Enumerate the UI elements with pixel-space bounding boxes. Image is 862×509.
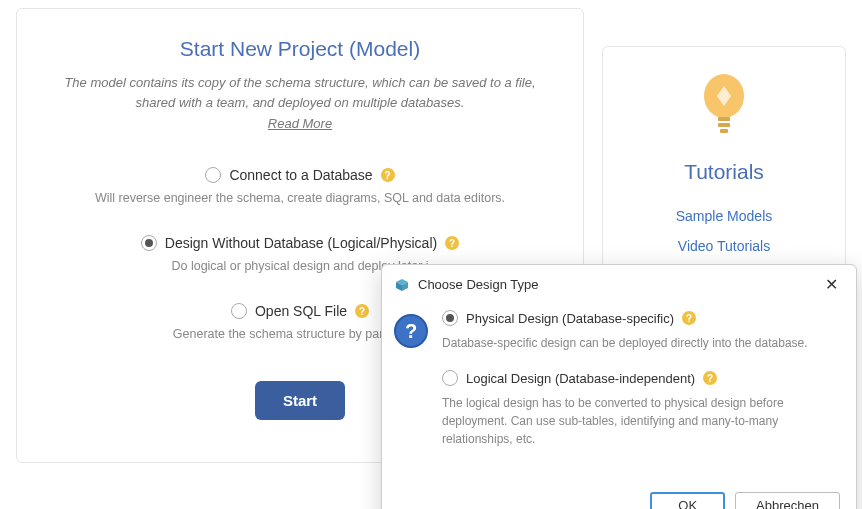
help-icon[interactable]: ?	[445, 236, 459, 250]
tutorials-title: Tutorials	[613, 160, 835, 184]
option-logical-design[interactable]: Logical Design (Database-independent) ?	[442, 370, 836, 386]
radio-icon[interactable]	[442, 370, 458, 386]
option-label: Open SQL File	[255, 303, 347, 319]
panel-title: Start New Project (Model)	[57, 37, 543, 61]
question-icon: ?	[394, 314, 428, 348]
help-icon[interactable]: ?	[355, 304, 369, 318]
read-more-link[interactable]: Read More	[268, 116, 332, 131]
option-description: Database-specific design can be deployed…	[442, 334, 836, 352]
help-icon[interactable]: ?	[381, 168, 395, 182]
svg-rect-1	[718, 117, 730, 121]
ok-button[interactable]: OK	[650, 492, 725, 509]
radio-icon[interactable]	[231, 303, 247, 319]
sample-models-link[interactable]: Sample Models	[613, 208, 835, 224]
option-label: Physical Design (Database-specific)	[466, 311, 674, 326]
option-label: Design Without Database (Logical/Physica…	[165, 235, 437, 251]
option-connect-database[interactable]: Connect to a Database ?	[57, 167, 543, 183]
radio-icon[interactable]	[141, 235, 157, 251]
dialog-title: Choose Design Type	[418, 277, 538, 292]
option-description: The logical design has to be converted t…	[442, 394, 836, 448]
option-design-without-database[interactable]: Design Without Database (Logical/Physica…	[57, 235, 543, 251]
help-icon[interactable]: ?	[703, 371, 717, 385]
option-physical-design[interactable]: Physical Design (Database-specific) ?	[442, 310, 836, 326]
cube-icon	[394, 277, 410, 293]
radio-icon[interactable]	[205, 167, 221, 183]
start-button[interactable]: Start	[255, 381, 345, 420]
panel-description: The model contains its copy of the schem…	[57, 73, 543, 112]
option-description: Will reverse engineer the schema, create…	[57, 191, 543, 205]
choose-design-type-dialog: Choose Design Type ✕ ? Physical Design (…	[381, 264, 857, 509]
cancel-button[interactable]: Abbrechen	[735, 492, 840, 509]
svg-rect-2	[718, 123, 730, 127]
dialog-header: Choose Design Type ✕	[382, 265, 856, 304]
close-icon[interactable]: ✕	[819, 273, 844, 296]
dialog-footer: OK Abbrechen	[382, 482, 856, 509]
option-label: Logical Design (Database-independent)	[466, 371, 695, 386]
svg-rect-3	[720, 129, 728, 133]
lightbulb-icon	[697, 71, 751, 144]
dialog-body: ? Physical Design (Database-specific) ? …	[382, 304, 856, 482]
option-label: Connect to a Database	[229, 167, 372, 183]
video-tutorials-link[interactable]: Video Tutorials	[613, 238, 835, 254]
radio-icon[interactable]	[442, 310, 458, 326]
help-icon[interactable]: ?	[682, 311, 696, 325]
